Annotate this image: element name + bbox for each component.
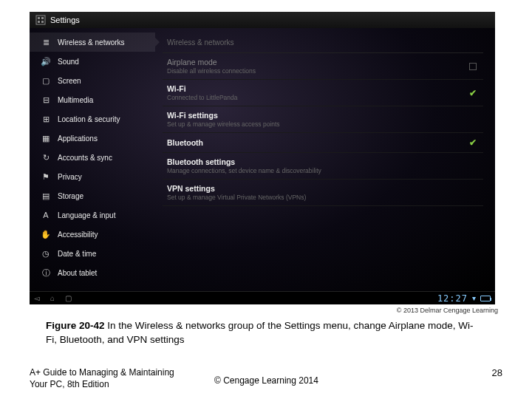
sidebar-icon: ↻ [40,152,52,163]
svg-rect-1 [38,17,40,19]
book-title: A+ Guide to Managing & Maintaining Your … [30,366,174,390]
sidebar-item-label: Accounts & sync [58,154,112,162]
app-icon [35,15,46,25]
no-control [467,161,479,171]
sidebar-item-label: Accessibility [58,231,98,239]
home-button[interactable]: ⌂ [50,294,55,302]
svg-rect-3 [38,21,40,23]
sidebar-icon: ⊟ [40,95,52,105]
status-bar: Settings [30,12,495,28]
sidebar-item-location-security[interactable]: ⊞Location & security [30,109,155,129]
image-copyright: © 2013 Delmar Cengage Learning [397,307,498,314]
sidebar-item-accounts-sync[interactable]: ↻Accounts & sync [30,148,155,167]
sidebar-item-label: About tablet [58,269,97,277]
sidebar-icon: ▦ [40,133,52,143]
sidebar-item-label: Wireless & networks [58,38,125,47]
no-control [467,115,479,125]
sidebar-item-label: Sound [58,58,79,66]
battery-icon [480,296,491,301]
status-title: Settings [50,16,80,24]
system-bar: ◅ ⌂ ▢ 12:27 ▾ [30,291,495,304]
svg-rect-4 [41,21,44,23]
sidebar-icon: ✋ [40,229,52,239]
recent-button[interactable]: ▢ [65,294,72,302]
back-button[interactable]: ◅ [34,294,40,302]
checkbox-checked[interactable]: ✔ [467,137,479,148]
wifi-icon: ▾ [472,294,476,302]
sidebar-item-applications[interactable]: ▦Applications [30,129,155,148]
sidebar-item-privacy[interactable]: ⚑Privacy [30,167,155,186]
sidebar-icon: ◷ [40,248,52,259]
sidebar-item-label: Applications [58,134,98,143]
sidebar-item-about-tablet[interactable]: ⓘAbout tablet [30,263,155,282]
setting-title: Wi-Fi settings [167,111,280,120]
setting-subtitle: Disable all wireless connections [167,67,256,75]
setting-row[interactable]: Wi-Fi settingsSet up & manage wireless a… [163,106,483,133]
sidebar-item-label: Storage [58,192,83,200]
sidebar-icon: A [40,210,52,220]
sidebar-item-label: Privacy [58,173,82,181]
checkbox-checked[interactable]: ✔ [467,88,479,98]
setting-subtitle: Set up & manage Virtual Private Networks… [167,194,306,201]
slide-copyright: © Cengage Learning 2014 [214,375,318,386]
page-number: 28 [492,367,502,378]
settings-content: Wireless & networks Airplane modeDisable… [155,28,495,291]
settings-main: ≣Wireless & networks🔊Sound▢Screen⊟Multim… [30,28,495,291]
sidebar-item-label: Language & input [58,211,115,219]
sidebar-icon: ⚑ [40,171,52,182]
sidebar-item-storage[interactable]: ▤Storage [30,186,155,205]
setting-subtitle: Connected to LittlePanda [167,94,237,101]
setting-row[interactable]: Bluetooth✔ [163,133,483,153]
sidebar-icon: ≣ [40,37,52,47]
figure-caption: Figure 20-42 In the Wireless & networks … [46,319,482,347]
sidebar-item-accessibility[interactable]: ✋Accessibility [30,225,155,244]
figure-text: In the Wireless & networks group of the … [46,320,474,345]
sidebar-icon: ⓘ [40,267,52,278]
system-nav: ◅ ⌂ ▢ [34,294,72,302]
svg-rect-0 [36,16,45,24]
setting-row[interactable]: Wi-FiConnected to LittlePanda✔ [163,80,483,106]
svg-rect-2 [41,17,44,19]
sidebar-item-date-time[interactable]: ◷Date & time [30,244,155,263]
setting-subtitle: Manage connections, set device name & di… [167,167,321,174]
sidebar-item-label: Date & time [58,250,96,258]
setting-title: Wi-Fi [167,84,237,93]
sidebar-item-label: Multimedia [58,96,93,104]
system-tray: 12:27 ▾ [437,293,491,304]
sidebar-icon: ⊞ [40,114,52,124]
sidebar-icon: 🔊 [40,56,52,66]
setting-row[interactable]: Airplane modeDisable all wireless connec… [163,53,483,80]
sidebar-item-label: Location & security [58,115,120,123]
checkbox-unchecked[interactable] [467,61,479,72]
sidebar-item-language-input[interactable]: ALanguage & input [30,205,155,225]
setting-row[interactable]: Bluetooth settingsManage connections, se… [163,153,483,180]
setting-subtitle: Set up & manage wireless access points [167,120,280,128]
sidebar-icon: ▤ [40,191,52,201]
section-title: Wireless & networks [163,35,483,53]
clock[interactable]: 12:27 [437,293,468,304]
setting-title: Airplane mode [167,58,256,66]
setting-title: VPN settings [167,184,306,193]
sidebar-icon: ▢ [40,75,52,86]
sidebar-item-label: Screen [58,77,81,85]
setting-title: Bluetooth [167,138,203,147]
sidebar-item-multimedia[interactable]: ⊟Multimedia [30,90,155,109]
setting-title: Bluetooth settings [167,157,321,166]
figure-number: Figure 20-42 [46,320,105,331]
tablet-screenshot: Settings ≣Wireless & networks🔊Sound▢Scre… [30,12,495,304]
sidebar-item-wireless-networks[interactable]: ≣Wireless & networks [30,33,155,52]
setting-row[interactable]: VPN settingsSet up & manage Virtual Priv… [163,180,483,206]
no-control [467,188,479,198]
sidebar-item-screen[interactable]: ▢Screen [30,71,155,90]
settings-sidebar: ≣Wireless & networks🔊Sound▢Screen⊟Multim… [30,28,155,291]
sidebar-item-sound[interactable]: 🔊Sound [30,52,155,71]
